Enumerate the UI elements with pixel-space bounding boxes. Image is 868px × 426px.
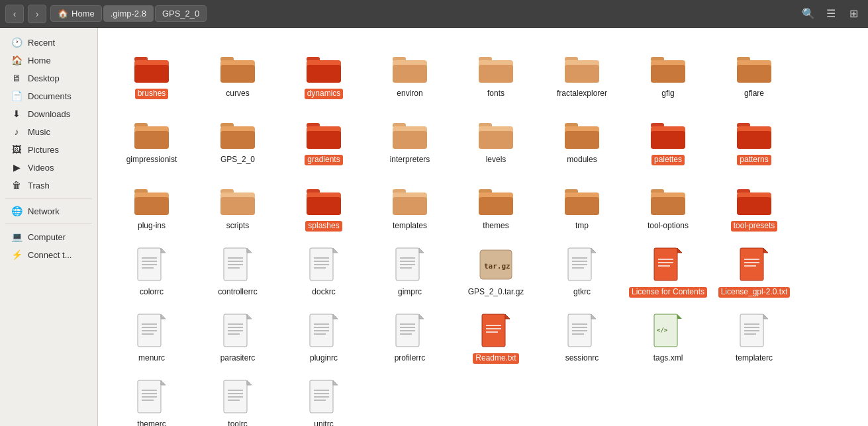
file-item-splashes[interactable]: splashes (281, 171, 367, 237)
file-item-interpreters[interactable]: interpreters (367, 105, 453, 171)
file-item-readme[interactable]: Readme.txt (453, 303, 539, 369)
sidebar-item-computer[interactable]: 💻 Computer (3, 228, 95, 245)
file-item-modules[interactable]: modules (539, 105, 625, 171)
file-label-dynamics: dynamics (305, 89, 344, 99)
file-label-gps20tar: GPS_2_0.tar.gz (468, 287, 524, 298)
file-item-gps20tar[interactable]: tar.gz GPS_2_0.tar.gz (453, 237, 539, 303)
sidebar-item-connect[interactable]: ⚡ Connect t... (3, 246, 95, 263)
svg-rect-41 (565, 131, 599, 149)
svg-text:</>: </> (657, 327, 668, 333)
file-item-gps20[interactable]: GPS_2_0 (195, 105, 281, 171)
file-label-license_contents: License for Contents (629, 287, 707, 298)
file-item-brushes[interactable]: brushes (109, 38, 195, 105)
sidebar-item-documents[interactable]: 📄 Documents (3, 87, 95, 105)
file-icon-gflare (736, 52, 773, 86)
sidebar-section-devices: 💻 Computer ⚡ Connect t... (0, 228, 97, 263)
file-item-gfig[interactable]: gfig (625, 38, 711, 105)
file-item-curves[interactable]: curves (195, 38, 281, 105)
file-item-toolrc[interactable]: toolrc (195, 369, 281, 426)
sidebar-item-network[interactable]: 🌐 Network (3, 202, 95, 220)
file-label-unitrc: unitrc (314, 419, 333, 426)
file-item-scripts[interactable]: scripts (195, 171, 281, 237)
grid-view-button[interactable]: ⊞ (844, 5, 863, 23)
file-item-fonts[interactable]: fonts (453, 38, 539, 105)
file-item-themes[interactable]: themes (453, 171, 539, 237)
file-item-themerc[interactable]: themerc (109, 369, 195, 426)
svg-rect-44 (651, 131, 685, 149)
file-label-gradients: gradients (305, 155, 342, 165)
file-item-dynamics[interactable]: dynamics (281, 38, 367, 105)
file-icon-templates (391, 184, 428, 218)
downloads-icon: ⬇ (11, 108, 23, 119)
sidebar-item-pictures-label: Pictures (28, 145, 59, 155)
svg-marker-163 (677, 314, 682, 319)
file-item-tags_xml[interactable]: </> tags.xml (625, 303, 711, 369)
file-item-unitrc[interactable]: unitrc (281, 369, 367, 426)
file-item-parasiterc[interactable]: parasiterc (195, 303, 281, 369)
svg-rect-109 (654, 248, 677, 280)
file-label-levels: levels (486, 155, 506, 165)
file-item-license_gpl[interactable]: License_gpl-2.0.txt (711, 237, 797, 303)
svg-rect-23 (737, 65, 771, 83)
breadcrumb-gps20[interactable]: GPS_2_0 (155, 5, 207, 22)
file-item-plug-ins[interactable]: plug-ins (109, 171, 195, 237)
file-icon-parasiterc (223, 314, 252, 351)
file-item-sessionrc[interactable]: sessionrc (539, 303, 625, 369)
file-icon-templaterc (740, 314, 769, 351)
file-icon-gps20 (219, 118, 256, 152)
svg-rect-35 (393, 131, 427, 149)
sidebar-item-documents-label: Documents (28, 91, 72, 101)
file-item-controllerrc[interactable]: controllerrc (195, 237, 281, 303)
sidebar-item-home-label: Home (28, 56, 51, 65)
svg-rect-50 (134, 197, 169, 215)
sidebar-item-desktop[interactable]: 🖥 Desktop (3, 69, 95, 87)
sidebar-item-recent[interactable]: 🕐 Recent (3, 34, 95, 51)
file-item-gimpressionist[interactable]: gimpressionist (109, 105, 195, 171)
file-icon-environ (391, 52, 428, 86)
file-item-templaterc[interactable]: templaterc (711, 303, 797, 369)
home-icon: 🏠 (58, 9, 68, 19)
file-item-palettes[interactable]: palettes (625, 105, 711, 171)
back-button[interactable]: ‹ (5, 5, 24, 23)
file-item-tool-presets[interactable]: tool-presets (711, 171, 797, 237)
file-item-gimprc[interactable]: gimprc (367, 237, 453, 303)
breadcrumb-home[interactable]: 🏠 Home (50, 5, 102, 22)
sidebar-item-network-label: Network (28, 206, 60, 216)
file-item-gflare[interactable]: gflare (711, 38, 797, 105)
file-item-environ[interactable]: environ (367, 38, 453, 105)
sidebar-item-videos[interactable]: ▶ Videos (3, 159, 95, 176)
file-label-environ: environ (397, 89, 422, 99)
sidebar-item-pictures[interactable]: 🖼 Pictures (3, 141, 95, 158)
svg-rect-20 (651, 65, 685, 83)
file-item-menurc[interactable]: menurc (109, 303, 195, 369)
sidebar-item-music[interactable]: ♪ Music (3, 123, 95, 140)
file-item-templates[interactable]: templates (367, 171, 453, 237)
sidebar-item-downloads[interactable]: ⬇ Downloads (3, 105, 95, 122)
file-item-pluginrc[interactable]: pluginrc (281, 303, 367, 369)
search-button[interactable]: 🔍 (799, 5, 818, 23)
file-label-patterns: patterns (737, 155, 771, 165)
forward-button[interactable]: › (28, 5, 46, 23)
file-label-modules: modules (567, 155, 597, 165)
file-item-dockrc[interactable]: dockrc (281, 237, 367, 303)
file-item-gradients[interactable]: gradients (281, 105, 367, 171)
file-item-patterns[interactable]: patterns (711, 105, 797, 171)
list-view-button[interactable]: ☰ (822, 5, 840, 23)
file-item-levels[interactable]: levels (453, 105, 539, 171)
breadcrumb-gimp28[interactable]: .gimp-2.8 (103, 5, 154, 22)
sidebar-item-home[interactable]: 🏠 Home (3, 52, 95, 69)
sidebar-separator (5, 198, 92, 198)
file-label-interpreters: interpreters (390, 155, 430, 165)
svg-rect-5 (220, 65, 255, 83)
file-item-license_contents[interactable]: License for Contents (625, 237, 711, 303)
file-item-gtkrc[interactable]: gtkrc (539, 237, 625, 303)
sidebar-item-trash[interactable]: 🗑 Trash (3, 177, 95, 194)
file-item-tmp[interactable]: tmp (539, 171, 625, 237)
file-item-colorrc[interactable]: colorrc (109, 237, 195, 303)
file-item-fractalexplorer[interactable]: fractalexplorer (539, 38, 625, 105)
svg-rect-26 (134, 131, 169, 149)
file-item-tool-options[interactable]: tool-options (625, 171, 711, 237)
file-icon-brushes (133, 52, 170, 86)
file-label-pluginrc: pluginrc (310, 353, 338, 364)
file-item-profilerrc[interactable]: profilerrc (367, 303, 453, 369)
